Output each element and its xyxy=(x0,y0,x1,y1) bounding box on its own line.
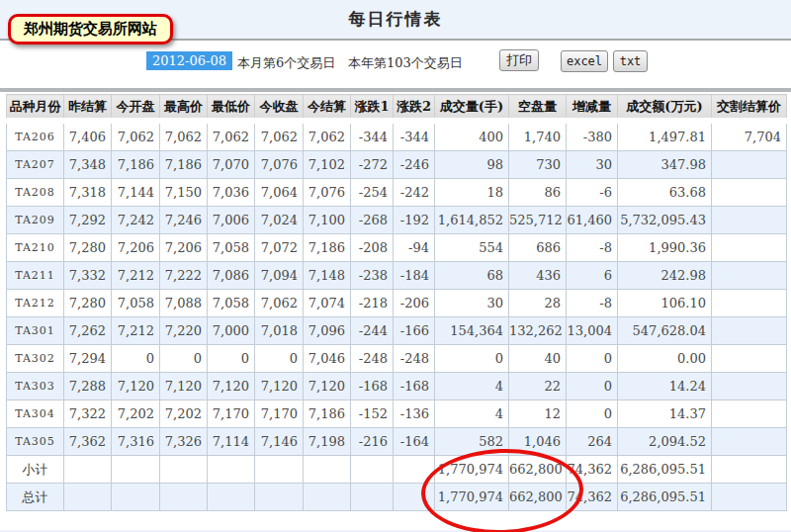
value-cell: 1,770,974 xyxy=(435,484,509,511)
value-cell xyxy=(712,456,787,484)
value-cell: 347.98 xyxy=(618,151,712,179)
value-cell: 1,990.36 xyxy=(618,234,712,262)
value-cell: 7,288 xyxy=(64,373,112,400)
value-cell xyxy=(112,456,160,484)
value-cell: 7,064 xyxy=(255,179,304,207)
table-row: TA2087,3187,1447,1507,0367,0647,076-254-… xyxy=(7,179,787,207)
excel-export-button[interactable]: excel xyxy=(561,50,608,72)
column-header: 昨结算 xyxy=(64,95,112,122)
table-top-bar xyxy=(0,88,791,92)
row-label-cell: TA211 xyxy=(7,262,64,290)
value-cell: 7,062 xyxy=(208,121,255,151)
value-cell: 7,294 xyxy=(64,345,112,373)
value-cell: 30 xyxy=(435,290,509,317)
value-cell xyxy=(712,207,787,234)
column-header: 今开盘 xyxy=(112,95,160,122)
value-cell: -192 xyxy=(394,207,435,234)
column-header: 增减量 xyxy=(567,95,618,122)
value-cell: 74,362 xyxy=(567,456,618,484)
row-label-cell: TA208 xyxy=(7,179,64,207)
table-row: TA2107,2807,2067,2067,0587,0727,186-208-… xyxy=(7,234,787,262)
value-cell xyxy=(208,484,255,511)
value-cell: 7,100 xyxy=(304,207,351,234)
value-cell: 22 xyxy=(509,373,567,400)
value-cell xyxy=(351,484,394,511)
value-cell: 7,280 xyxy=(64,234,112,262)
value-cell: 7,088 xyxy=(160,290,208,317)
table-row: 总计1,770,974662,80074,3626,286,095.51 xyxy=(7,484,787,511)
value-cell: 7,222 xyxy=(160,262,208,290)
value-cell: 7,206 xyxy=(160,234,208,262)
value-cell: 7,114 xyxy=(208,428,255,456)
value-cell: -244 xyxy=(351,317,394,345)
value-cell: 1,046 xyxy=(509,428,567,456)
row-label-cell: 总计 xyxy=(7,484,64,511)
value-cell: 7,120 xyxy=(160,373,208,400)
value-cell: 7,096 xyxy=(304,317,351,345)
value-cell: -94 xyxy=(394,234,435,262)
value-cell: -152 xyxy=(351,400,394,428)
value-cell: 30 xyxy=(567,151,618,179)
value-cell xyxy=(64,456,112,484)
table-body: TA2067,4067,0627,0627,0627,0627,062-344-… xyxy=(7,121,787,511)
value-cell: 7,062 xyxy=(112,121,160,151)
value-cell: 7,362 xyxy=(64,428,112,456)
value-cell: -8 xyxy=(567,234,618,262)
value-cell: 6,286,095.51 xyxy=(618,456,712,484)
table-header-row: 品种月份昨结算今开盘最高价最低价今收盘今结算涨跌1涨跌2成交量(手)空盘量增减量… xyxy=(7,95,787,122)
value-cell: 106.10 xyxy=(618,290,712,317)
table-row: TA2127,2807,0587,0887,0587,0627,074-218-… xyxy=(7,290,787,317)
value-cell: -218 xyxy=(351,290,394,317)
txt-export-button[interactable]: txt xyxy=(613,50,648,72)
value-cell: 1,740 xyxy=(509,121,567,151)
value-cell: 154,364 xyxy=(435,317,509,345)
value-cell xyxy=(304,456,351,484)
value-cell: 13,004 xyxy=(567,317,618,345)
value-cell xyxy=(712,428,787,456)
value-cell: 4 xyxy=(435,400,509,428)
value-cell: 7,332 xyxy=(64,262,112,290)
value-cell: 7,202 xyxy=(112,400,160,428)
value-cell: 7,242 xyxy=(112,207,160,234)
site-stamp-annotation: 郑州期货交易所网站 xyxy=(8,14,173,44)
value-cell: -268 xyxy=(351,207,394,234)
column-header: 最高价 xyxy=(160,95,208,122)
value-cell: -246 xyxy=(394,151,435,179)
row-label-cell: TA305 xyxy=(7,428,64,456)
column-header: 成交额(万元) xyxy=(618,95,712,122)
row-label-cell: TA301 xyxy=(7,317,64,345)
value-cell xyxy=(112,484,160,511)
date-field[interactable]: 2012-06-08 xyxy=(146,51,232,70)
year-trading-day-text: 本年第103个交易日 xyxy=(348,54,463,72)
value-cell xyxy=(712,234,787,262)
value-cell: 7,072 xyxy=(255,234,304,262)
column-header: 今收盘 xyxy=(255,95,304,122)
column-header: 交割结算价 xyxy=(712,95,787,122)
value-cell: 7,186 xyxy=(304,400,351,428)
value-cell: 12 xyxy=(509,400,567,428)
value-cell xyxy=(160,456,208,484)
value-cell xyxy=(255,484,304,511)
column-header: 涨跌1 xyxy=(351,95,394,122)
value-cell xyxy=(208,456,255,484)
value-cell: 14.37 xyxy=(618,400,712,428)
value-cell: 662,800 xyxy=(509,484,567,511)
value-cell: 14.24 xyxy=(618,373,712,400)
value-cell: 5,732,095.43 xyxy=(618,207,712,234)
value-cell: -8 xyxy=(567,290,618,317)
column-header: 最低价 xyxy=(208,95,255,122)
value-cell: 7,000 xyxy=(208,317,255,345)
value-cell: 7,186 xyxy=(112,151,160,179)
value-cell: 264 xyxy=(567,428,618,456)
table-row: TA2117,3327,2127,2227,0867,0947,148-238-… xyxy=(7,262,787,290)
daily-quotes-table: 品种月份昨结算今开盘最高价最低价今收盘今结算涨跌1涨跌2成交量(手)空盘量增减量… xyxy=(6,94,787,511)
value-cell: 7,220 xyxy=(160,317,208,345)
value-cell: 7,170 xyxy=(255,400,304,428)
value-cell xyxy=(394,484,435,511)
value-cell: 7,144 xyxy=(112,179,160,207)
print-button[interactable]: 打印 xyxy=(499,49,539,71)
value-cell xyxy=(712,345,787,373)
value-cell: 7,704 xyxy=(712,121,787,151)
value-cell: 7,316 xyxy=(112,428,160,456)
value-cell: -254 xyxy=(351,179,394,207)
